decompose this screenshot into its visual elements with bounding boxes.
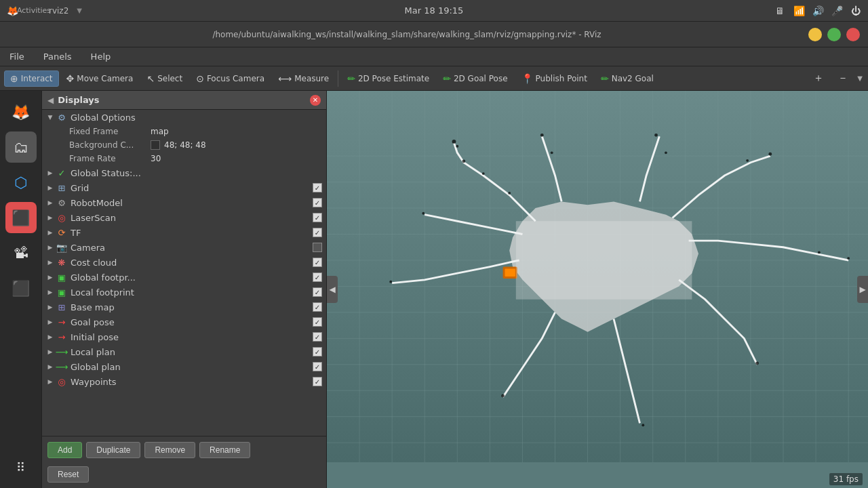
publish-point-button[interactable]: 📍 Publish Point [515,70,593,87]
window-controls [806,28,860,41]
global-plan-expand[interactable]: ▶ [46,363,54,371]
local-plan-checkbox[interactable]: ✓ [313,347,322,357]
taskbar-vscode[interactable]: ⬡ [5,167,37,198]
grid-row[interactable]: ▶ ⊞ Grid ✓ [42,180,326,195]
initial-pose-checkbox[interactable]: ✓ [313,332,322,342]
panel-expand-handle[interactable]: ▶ [857,276,868,303]
frame-rate-key: Frame Rate [69,154,151,163]
rviz-window: /home/ubuntu/aiwalking_ws/install/walkin… [0,22,868,488]
measure-button[interactable]: ⟷ Measure [272,70,335,87]
menu-help[interactable]: Help [87,50,115,63]
robot-model-row[interactable]: ▶ ⚙ RobotModel ✓ [42,195,326,210]
zoom-in-button[interactable]: ＋ [807,68,830,88]
goal-pose-button[interactable]: ✏ 2D Goal Pose [437,70,513,87]
move-camera-label: Move Camera [77,74,133,83]
local-plan-label: Local plan [71,347,313,357]
menu-file[interactable]: File [5,50,28,63]
global-footprint-expand[interactable]: ▶ [46,273,54,281]
local-footprint-expand[interactable]: ▶ [46,288,54,296]
initial-pose-expand[interactable]: ▶ [46,333,54,341]
minimize-button[interactable] [808,28,822,41]
zoom-out-button[interactable]: － [831,68,854,88]
taskbar-media[interactable]: 📽 [5,237,37,268]
move-camera-button[interactable]: ✥ Move Camera [60,70,140,87]
global-footprint-checkbox[interactable]: ✓ [313,272,322,282]
goal-pose-label: 2D Goal Pose [454,74,508,83]
toolbar-more-icon[interactable]: ▼ [856,73,864,83]
nav2-goal-button[interactable]: ✏ Nav2 Goal [595,70,660,87]
cost-cloud-checkbox[interactable]: ✓ [313,258,322,267]
global-plan-row[interactable]: ▶ ⟶ Global plan ✓ [42,359,326,374]
taskbar-files[interactable]: 🗂 [5,131,37,163]
grid-checkbox[interactable]: ✓ [313,183,322,192]
global-status-row[interactable]: ▶ ✓ Global Status:... [42,165,326,180]
taskbar-app-grid[interactable]: ⠿ [5,451,37,483]
local-footprint-row[interactable]: ▶ ▣ Local footprint ✓ [42,285,326,300]
taskbar-terminal2[interactable]: ⬛ [5,272,37,304]
goal-pose-expand[interactable]: ▶ [46,318,54,326]
waypoints-row[interactable]: ▶ ◎ Waypoints ✓ [42,374,326,389]
goal-pose-row[interactable]: ▶ → Goal pose ✓ [42,314,326,329]
local-footprint-checkbox[interactable]: ✓ [313,287,322,297]
power-icon[interactable]: ⏻ [849,4,863,18]
base-map-expand[interactable]: ▶ [46,303,54,311]
dropdown-arrow[interactable]: ▼ [77,7,82,14]
robot-model-expand[interactable]: ▶ [46,199,54,207]
pose-estimate-button[interactable]: ✏ 2D Pose Estimate [341,70,435,87]
svg-point-35 [551,151,553,154]
camera-expand[interactable]: ▶ [46,243,54,251]
local-plan-row[interactable]: ▶ ⟶ Local plan ✓ [42,344,326,359]
tf-expand[interactable]: ▶ [46,228,54,237]
tf-row[interactable]: ▶ ⟳ TF ✓ [42,225,326,240]
laser-scan-checkbox[interactable]: ✓ [313,213,322,222]
global-footprint-row[interactable]: ▶ ▣ Global footpr... ✓ [42,270,326,285]
titlebar-left: 🦊 Activities rviz2 ▼ [5,4,82,18]
viewport[interactable]: ◀ ▶ 31 fps [327,91,868,488]
robot-model-checkbox[interactable]: ✓ [313,198,322,207]
taskbar-firefox[interactable]: 🦊 [5,96,37,127]
nav2-goal-label: Nav2 Goal [612,74,654,83]
svg-point-32 [482,172,485,175]
camera-row[interactable]: ▶ 📷 Camera [42,240,326,255]
local-plan-expand[interactable]: ▶ [46,348,54,356]
panel-collapse-handle[interactable]: ◀ [327,276,338,303]
waypoints-checkbox[interactable]: ✓ [313,377,322,386]
add-button[interactable]: Add [47,442,82,458]
laser-scan-row[interactable]: ▶ ◎ LaserScan ✓ [42,210,326,225]
panel-collapse-icon[interactable]: ◀ [47,96,54,105]
global-plan-checkbox[interactable]: ✓ [313,362,322,371]
svg-point-29 [452,140,456,144]
select-button[interactable]: ↖ Select [140,70,189,87]
grid-expand[interactable]: ▶ [46,184,54,192]
waypoints-expand[interactable]: ▶ [46,378,54,386]
close-button[interactable] [846,28,860,41]
global-options-expand[interactable]: ▼ [46,113,54,121]
frame-rate-value[interactable]: 30 [151,154,321,163]
interact-button[interactable]: ⊕ Interact [4,70,59,87]
cost-cloud-expand[interactable]: ▶ [46,258,54,266]
svg-point-40 [847,257,850,260]
maximize-button[interactable] [827,28,841,41]
background-color-value[interactable]: 48; 48; 48 [151,140,321,150]
global-status-expand[interactable]: ▶ [46,169,54,177]
remove-button[interactable]: Remove [144,442,195,458]
publish-point-icon: 📍 [521,73,533,84]
global-options-row[interactable]: ▼ ⚙ Global Options [42,110,326,125]
camera-label: Camera [71,243,313,253]
reset-button[interactable]: Reset [47,466,89,483]
rename-button[interactable]: Rename [199,442,250,458]
goal-pose-checkbox[interactable]: ✓ [313,317,322,327]
tf-checkbox[interactable]: ✓ [313,228,322,237]
base-map-row[interactable]: ▶ ⊞ Base map ✓ [42,300,326,314]
duplicate-button[interactable]: Duplicate [86,442,140,458]
fixed-frame-value[interactable]: map [151,127,321,136]
focus-camera-button[interactable]: ⊙ Focus Camera [190,70,271,87]
panel-close-button[interactable]: ✕ [310,95,321,106]
base-map-checkbox[interactable]: ✓ [313,302,322,312]
menu-panels[interactable]: Panels [39,50,76,63]
camera-checkbox[interactable] [313,243,322,252]
initial-pose-row[interactable]: ▶ → Initial pose ✓ [42,329,326,344]
laser-scan-expand[interactable]: ▶ [46,214,54,222]
cost-cloud-row[interactable]: ▶ ❋ Cost cloud ✓ [42,255,326,270]
taskbar-terminal1[interactable]: ⬛ [5,202,37,233]
